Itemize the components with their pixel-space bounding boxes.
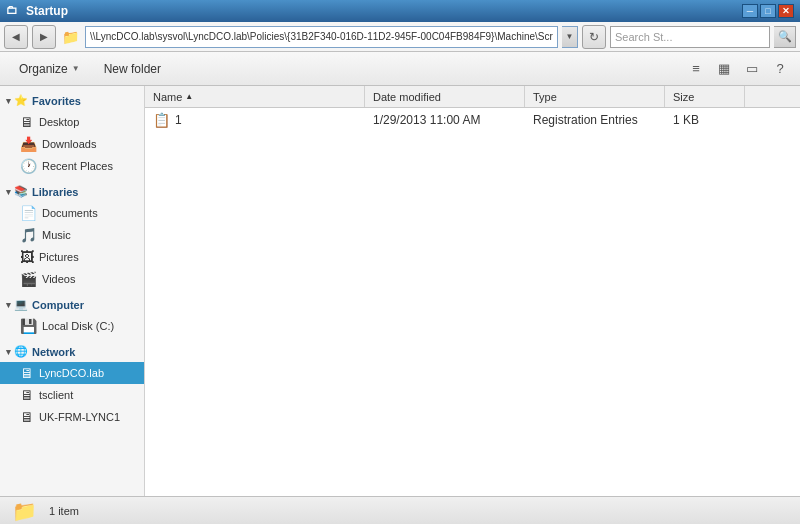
address-input[interactable]: \\LyncDCO.lab\sysvol\LyncDCO.lab\Policie… [85,26,558,48]
column-header-type[interactable]: Type [525,86,665,107]
file-type: Registration Entries [533,113,638,127]
status-item-count: 1 item [49,505,79,517]
search-button[interactable]: 🔍 [774,26,796,48]
address-bar: ◀ ▶ 📁 \\LyncDCO.lab\sysvol\LyncDCO.lab\P… [0,22,800,52]
network-chevron-icon: ▾ [6,347,11,357]
favorites-icon: ⭐ [14,94,28,107]
network-icon: 🌐 [14,345,28,358]
address-path: \\LyncDCO.lab\sysvol\LyncDCO.lab\Policie… [90,31,553,42]
desktop-label: Desktop [39,116,79,128]
videos-label: Videos [42,273,75,285]
address-dropdown-button[interactable]: ▼ [562,26,578,48]
file-type-cell: Registration Entries [525,108,665,132]
music-icon: 🎵 [20,227,37,243]
back-button[interactable]: ◀ [4,25,28,49]
column-header-date[interactable]: Date modified [365,86,525,107]
libraries-chevron-icon: ▾ [6,187,11,197]
toolbar-right: ≡ ▦ ▭ ? [684,57,792,81]
favorites-chevron-icon: ▾ [6,96,11,106]
title-bar: 🗀 Startup ─ □ ✕ [0,0,800,22]
documents-label: Documents [42,207,98,219]
empty-content-area [145,132,800,496]
column-headers: Name ▲ Date modified Type Size [145,86,800,108]
desktop-icon: 🖥 [20,114,34,130]
help-button[interactable]: ? [768,57,792,81]
file-date-cell: 1/29/2013 11:00 AM [365,108,525,132]
new-folder-button[interactable]: New folder [93,56,172,82]
main-area: ▾ ⭐ Favorites 🖥 Desktop 📥 Downloads 🕐 Re… [0,86,800,496]
network-label: Network [32,346,75,358]
tsclient-label: tsclient [39,389,73,401]
sidebar-item-tsclient[interactable]: 🖥 tsclient [0,384,144,406]
sidebar-item-pictures[interactable]: 🖼 Pictures [0,246,144,268]
sidebar-item-downloads[interactable]: 📥 Downloads [0,133,144,155]
sidebar-section-libraries[interactable]: ▾ 📚 Libraries [0,181,144,202]
refresh-button[interactable]: ↻ [582,25,606,49]
uk-frm-lync1-icon: 🖥 [20,409,34,425]
downloads-label: Downloads [42,138,96,150]
sidebar-section-computer[interactable]: ▾ 💻 Computer [0,294,144,315]
view-menu-button[interactable]: ≡ [684,57,708,81]
table-row[interactable]: 📋 1 1/29/2013 11:00 AM Registration Entr… [145,108,800,132]
column-header-name[interactable]: Name ▲ [145,86,365,107]
sidebar-item-desktop[interactable]: 🖥 Desktop [0,111,144,133]
details-pane-button[interactable]: ▭ [740,57,764,81]
local-disk-label: Local Disk (C:) [42,320,114,332]
lync-dco-label: LyncDCO.lab [39,367,104,379]
sidebar-item-videos[interactable]: 🎬 Videos [0,268,144,290]
sidebar-item-music[interactable]: 🎵 Music [0,224,144,246]
documents-icon: 📄 [20,205,37,221]
forward-button[interactable]: ▶ [32,25,56,49]
local-disk-icon: 💾 [20,318,37,334]
preview-pane-button[interactable]: ▦ [712,57,736,81]
window-title: Startup [26,4,742,18]
minimize-button[interactable]: ─ [742,4,758,18]
computer-icon: 💻 [14,298,28,311]
search-box[interactable]: Search St... [610,26,770,48]
sidebar-item-uk-frm-lync1[interactable]: 🖥 UK-FRM-LYNC1 [0,406,144,428]
uk-frm-lync1-label: UK-FRM-LYNC1 [39,411,120,423]
organize-chevron-icon: ▼ [72,64,80,73]
pictures-label: Pictures [39,251,79,263]
lync-dco-icon: 🖥 [20,365,34,381]
sidebar-item-lync-dco[interactable]: 🖥 LyncDCO.lab [0,362,144,384]
status-bar: 📁 1 item [0,496,800,524]
file-icon: 📋 [153,112,170,128]
toolbar: Organize ▼ New folder ≡ ▦ ▭ ? [0,52,800,86]
music-label: Music [42,229,71,241]
recent-places-label: Recent Places [42,160,113,172]
libraries-icon: 📚 [14,185,28,198]
tsclient-icon: 🖥 [20,387,34,403]
name-sort-icon: ▲ [185,92,193,101]
file-date: 1/29/2013 11:00 AM [373,113,480,127]
pictures-icon: 🖼 [20,249,34,265]
recent-places-icon: 🕐 [20,158,37,174]
window-icon: 🗀 [6,3,22,19]
search-placeholder: Search St... [615,31,672,43]
file-name-cell: 📋 1 [145,108,365,132]
sidebar-item-local-disk[interactable]: 💾 Local Disk (C:) [0,315,144,337]
favorites-label: Favorites [32,95,81,107]
sidebar-item-documents[interactable]: 📄 Documents [0,202,144,224]
sidebar-section-network[interactable]: ▾ 🌐 Network [0,341,144,362]
sidebar-item-recent-places[interactable]: 🕐 Recent Places [0,155,144,177]
close-button[interactable]: ✕ [778,4,794,18]
computer-chevron-icon: ▾ [6,300,11,310]
sidebar-section-favorites[interactable]: ▾ ⭐ Favorites [0,90,144,111]
maximize-button[interactable]: □ [760,4,776,18]
libraries-label: Libraries [32,186,78,198]
column-header-size[interactable]: Size [665,86,745,107]
videos-icon: 🎬 [20,271,37,287]
file-name: 1 [175,113,182,127]
sidebar: ▾ ⭐ Favorites 🖥 Desktop 📥 Downloads 🕐 Re… [0,86,145,496]
content-area: Name ▲ Date modified Type Size 📋 1 1/29/… [145,86,800,496]
title-controls: ─ □ ✕ [742,4,794,18]
status-folder-icon: 📁 [12,499,37,523]
organize-button[interactable]: Organize ▼ [8,56,91,82]
computer-label: Computer [32,299,84,311]
file-size-cell: 1 KB [665,108,745,132]
file-size: 1 KB [673,113,699,127]
downloads-icon: 📥 [20,136,37,152]
folder-icon: 📁 [62,29,79,45]
